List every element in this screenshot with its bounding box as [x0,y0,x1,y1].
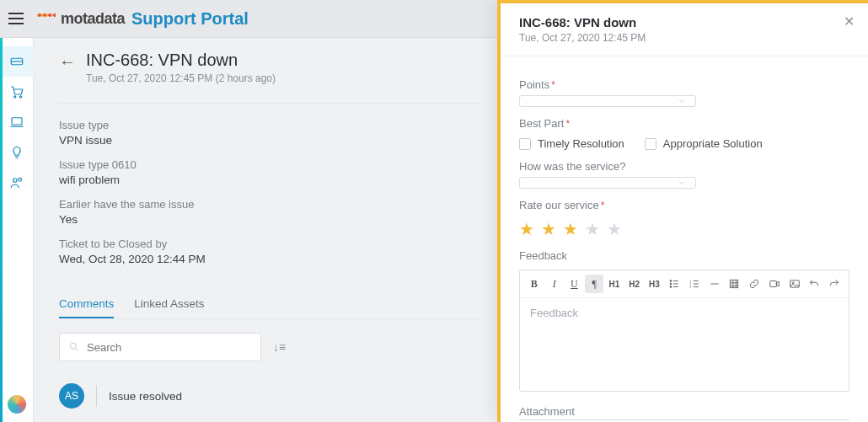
side-rail [0,0,34,422]
italic-button[interactable]: I [545,275,564,293]
sort-button[interactable]: ↓≡ [273,340,286,354]
attachment-label[interactable]: Attachment [519,405,849,420]
avatar: AS [59,383,84,409]
ticket-title: INC-668: VPN down [86,51,276,70]
service-select[interactable] [519,177,696,189]
paragraph-button[interactable]: ¶ [585,275,603,293]
menu-toggle[interactable] [8,8,29,29]
h2-button[interactable]: H2 [625,275,644,293]
image-button[interactable] [785,275,804,293]
h3-button[interactable]: H3 [646,275,664,293]
nav-tickets[interactable] [0,46,34,77]
field-value: Wed, Oct 28, 2020 12:44 PM [59,253,480,265]
svg-rect-15 [790,280,799,287]
nav-assets[interactable] [0,107,34,137]
feedback-label: Feedback [519,249,849,262]
brand-text: motadata [61,10,125,28]
field-label: Issue type 0610 [59,158,480,171]
field-label: Earlier have the same issue [59,198,480,211]
nav-cart[interactable] [0,77,34,107]
search-input-wrap[interactable] [59,333,261,361]
svg-rect-13 [731,280,738,287]
svg-point-8 [670,283,672,285]
svg-text:3: 3 [689,286,691,289]
comment-text: Issue resolved [109,390,182,403]
link-button[interactable] [745,275,764,293]
feedback-editor: B I U ¶ H1 H2 H3 123 Feedback [519,270,849,392]
number-list-button[interactable]: 123 [685,275,704,293]
ticket-details: Issue typeVPN issue Issue type 0610wifi … [59,119,480,265]
svg-rect-14 [770,281,777,287]
star-icon[interactable]: ★ [563,219,578,239]
nav-knowledge[interactable] [0,137,34,168]
svg-point-9 [670,286,672,288]
svg-point-2 [19,96,21,98]
points-label: Points [519,78,849,91]
nav-users[interactable] [0,168,34,198]
chevron-down-icon [677,96,687,106]
svg-point-5 [18,178,21,181]
portal-name: Support Portal [131,9,249,29]
panel-title: INC-668: VPN down [519,15,849,29]
divider-vertical [96,385,97,407]
svg-point-6 [70,343,76,349]
field-value: wifi problem [59,174,480,186]
star-icon[interactable]: ★ [607,219,622,239]
feedback-panel: ✕ INC-668: VPN down Tue, Oct 27, 2020 12… [497,0,868,422]
rate-label: Rate our service [519,199,849,211]
logo-dots-icon [37,13,56,24]
video-button[interactable] [765,275,784,293]
brand-logo: motadata [37,10,125,28]
service-label: How was the service? [519,160,849,173]
field-value: Yes [59,213,480,226]
search-input[interactable] [87,341,252,354]
table-button[interactable] [726,275,744,293]
svg-point-1 [13,96,15,98]
field-value: VPN issue [59,134,480,147]
feedback-textarea[interactable]: Feedback [520,298,849,391]
check-timely[interactable]: Timely Resolution [519,137,624,150]
tab-linked-assets[interactable]: Linked Assets [134,291,204,318]
editor-toolbar: B I U ¶ H1 H2 H3 123 [520,270,849,298]
star-icon[interactable]: ★ [519,219,534,239]
points-select[interactable] [519,95,696,107]
chevron-down-icon [677,178,687,188]
star-icon[interactable]: ★ [541,219,556,239]
panel-timestamp: Tue, Oct 27, 2020 12:45 PM [519,32,849,44]
star-rating[interactable]: ★ ★ ★ ★ ★ [519,219,849,239]
divider [59,103,480,104]
h1-button[interactable]: H1 [605,275,624,293]
svg-point-4 [13,179,17,183]
comment-row: AS Issue resolved [59,383,480,409]
bold-button[interactable]: B [525,275,544,293]
undo-button[interactable] [806,275,824,293]
hr-button[interactable] [705,275,724,293]
divider [501,56,868,56]
bullet-list-button[interactable] [665,275,683,293]
svg-rect-3 [12,118,22,125]
tab-comments[interactable]: Comments [59,291,114,318]
brand-mini-icon [8,395,26,414]
tabs: Comments Linked Assets [59,291,480,319]
redo-button[interactable] [825,275,844,293]
underline-button[interactable]: U [565,275,584,293]
close-icon[interactable]: ✕ [844,13,855,29]
main-content: ← INC-668: VPN down Tue, Oct 27, 2020 12… [34,0,497,422]
search-icon [68,341,80,353]
check-solution[interactable]: Appropriate Solution [645,137,763,150]
checkbox-icon [645,138,656,150]
star-icon[interactable]: ★ [585,219,600,239]
checkbox-icon [519,138,531,150]
back-arrow[interactable]: ← [59,52,76,72]
ticket-timestamp: Tue, Oct 27, 2020 12:45 PM (2 hours ago) [86,72,276,84]
field-label: Ticket to be Closed by [59,238,480,250]
field-label: Issue type [59,119,480,131]
svg-point-7 [670,280,672,282]
bestpart-label: Best Part [519,117,849,130]
